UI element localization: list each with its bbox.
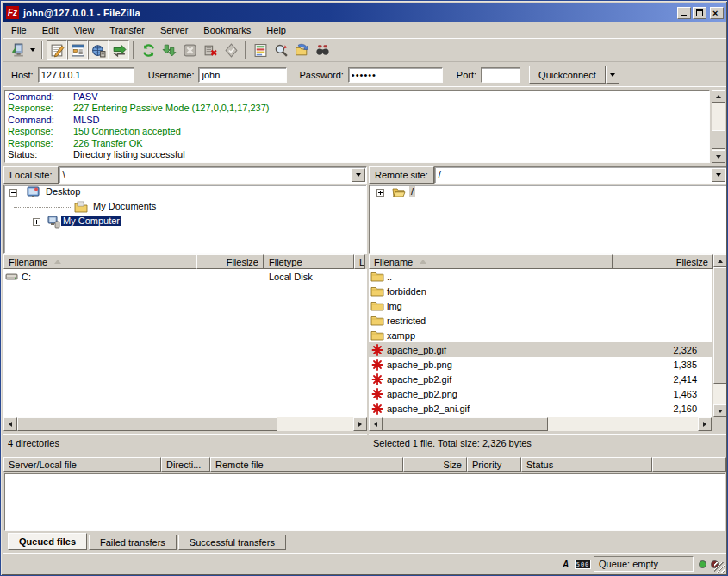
directory-comparison-button[interactable] xyxy=(250,40,271,60)
scroll-thumb[interactable] xyxy=(383,417,548,431)
column-header-filetype[interactable]: Filetype xyxy=(264,254,354,269)
menu-file[interactable]: File xyxy=(3,23,34,37)
folder-icon xyxy=(370,285,384,298)
remote-vertical-scrollbar[interactable] xyxy=(713,254,727,417)
scroll-left-button[interactable] xyxy=(369,417,383,431)
synchronized-browsing-button[interactable] xyxy=(271,40,291,60)
minimize-button[interactable] xyxy=(677,7,691,19)
collapse-box-icon[interactable] xyxy=(9,189,17,197)
column-header-remote-file[interactable]: Remote file xyxy=(210,457,403,472)
folder-icon xyxy=(370,314,384,328)
remote-file-row[interactable]: img xyxy=(369,298,712,313)
refresh-button[interactable] xyxy=(138,40,159,60)
menu-bookmarks[interactable]: Bookmarks xyxy=(196,23,258,37)
site-manager-dropdown[interactable] xyxy=(28,41,38,59)
remote-file-row[interactable]: apache_pb2_ani.gif2,160 xyxy=(369,401,712,416)
menu-transfer[interactable]: Transfer xyxy=(102,23,152,37)
expand-box-icon[interactable] xyxy=(376,189,384,197)
scroll-right-button[interactable] xyxy=(698,417,712,431)
tree-item-my-documents[interactable]: My Documents xyxy=(4,200,366,215)
scroll-up-button[interactable] xyxy=(713,254,727,267)
remote-file-row[interactable]: apache_pb2.png1,463 xyxy=(369,386,712,401)
find-files-button[interactable] xyxy=(291,40,312,60)
host-input[interactable] xyxy=(38,67,134,83)
local-site-dropdown-button[interactable] xyxy=(352,168,365,182)
tree-item-my-computer[interactable]: My Computer xyxy=(4,215,366,229)
chevron-down-icon xyxy=(30,48,35,52)
port-input[interactable] xyxy=(481,67,520,83)
remote-file-row[interactable]: apache_pb.png1,385 xyxy=(369,357,712,372)
queue-list-empty[interactable] xyxy=(4,473,725,531)
remote-file-row[interactable]: forbidden xyxy=(369,284,712,298)
scroll-down-button[interactable] xyxy=(712,150,725,163)
local-site-combobox[interactable]: \ xyxy=(59,166,367,184)
search-button[interactable] xyxy=(312,40,333,60)
toggle-message-log-button[interactable] xyxy=(47,40,67,60)
scroll-thumb[interactable] xyxy=(713,267,727,384)
tab-successful-transfers[interactable]: Successful transfers xyxy=(178,535,286,550)
scroll-thumb[interactable] xyxy=(712,130,725,149)
remote-site-label: Remote site: xyxy=(369,166,434,184)
filter-button[interactable] xyxy=(221,40,241,60)
message-log-content: Command:PASV Response:227 Entering Passi… xyxy=(4,90,710,163)
remote-site-dropdown-button[interactable] xyxy=(712,168,725,182)
log-vertical-scrollbar[interactable] xyxy=(712,90,725,163)
title-bar[interactable]: Fz john@127.0.0.1 - FileZilla × xyxy=(3,3,726,22)
scroll-right-button[interactable] xyxy=(353,417,367,431)
tree-item-root[interactable]: / xyxy=(370,185,726,200)
scroll-left-button[interactable] xyxy=(3,417,17,431)
remote-file-row[interactable]: restricted xyxy=(369,313,712,328)
local-directory-tree[interactable]: Desktop My Documents My C xyxy=(3,185,367,254)
column-header-filesize[interactable]: Filesize xyxy=(613,254,713,269)
remote-file-row[interactable]: .. xyxy=(369,269,712,284)
password-input[interactable] xyxy=(348,67,443,83)
column-header-filename[interactable]: Filename xyxy=(3,254,196,269)
speed-limit-indicator-icon[interactable]: 500 xyxy=(575,560,591,569)
maximize-button[interactable] xyxy=(693,7,706,19)
column-header-last-modified[interactable]: L xyxy=(354,254,365,269)
remote-file-row[interactable]: xampp xyxy=(369,328,712,342)
local-file-row[interactable]: C: Local Disk xyxy=(3,269,367,284)
quickconnect-dropdown[interactable] xyxy=(606,66,619,84)
column-header-filesize[interactable]: Filesize xyxy=(196,254,264,269)
expand-box-icon[interactable] xyxy=(33,218,40,226)
username-input[interactable] xyxy=(198,67,287,83)
close-button[interactable]: × xyxy=(710,7,724,19)
quickconnect-button[interactable]: Quickconnect xyxy=(529,66,606,84)
menu-help[interactable]: Help xyxy=(258,23,294,37)
local-horizontal-scrollbar[interactable] xyxy=(3,417,367,431)
remote-file-row-selected[interactable]: apache_pb.gif2,326 xyxy=(369,342,712,357)
column-header-direction[interactable]: Directi... xyxy=(161,457,210,472)
log-line: Response:227 Entering Passive Mode (127,… xyxy=(8,103,709,114)
remote-list-body: .. forbidden img restricted xampp xyxy=(369,269,712,417)
scroll-thumb[interactable] xyxy=(17,417,277,431)
transfer-type-indicator-icon[interactable]: A xyxy=(559,558,572,570)
column-header-size[interactable]: Size xyxy=(403,457,467,472)
remote-horizontal-scrollbar[interactable] xyxy=(369,417,712,431)
toggle-transfer-queue-button[interactable] xyxy=(109,40,129,60)
remote-directory-tree[interactable]: / xyxy=(369,185,727,254)
toggle-remote-tree-button[interactable] xyxy=(88,40,109,60)
menu-view[interactable]: View xyxy=(66,23,103,37)
remote-site-combobox[interactable]: / xyxy=(434,166,727,184)
column-header-status[interactable]: Status xyxy=(521,457,652,472)
scroll-up-button[interactable] xyxy=(712,90,725,103)
tab-failed-transfers[interactable]: Failed transfers xyxy=(89,535,177,550)
cancel-operation-button[interactable] xyxy=(179,40,200,60)
process-queue-button[interactable] xyxy=(159,40,179,60)
site-manager-button[interactable] xyxy=(7,40,28,60)
menu-server[interactable]: Server xyxy=(152,23,196,37)
tab-queued-files[interactable]: Queued files xyxy=(8,533,87,550)
column-header-priority[interactable]: Priority xyxy=(467,457,521,472)
disconnect-button[interactable] xyxy=(200,40,221,60)
toggle-local-tree-button[interactable] xyxy=(67,40,88,60)
minimize-icon xyxy=(681,15,687,16)
resize-grip[interactable] xyxy=(714,562,725,573)
tree-item-desktop[interactable]: Desktop xyxy=(4,185,366,200)
scroll-down-button[interactable] xyxy=(713,404,727,417)
column-header-server-local-file[interactable]: Server/Local file xyxy=(3,457,161,472)
remote-file-row[interactable]: apache_pb2.gif2,414 xyxy=(369,372,712,386)
image-file-icon xyxy=(370,358,384,372)
column-header-filename[interactable]: Filename xyxy=(369,254,613,269)
menu-edit[interactable]: Edit xyxy=(34,23,66,37)
